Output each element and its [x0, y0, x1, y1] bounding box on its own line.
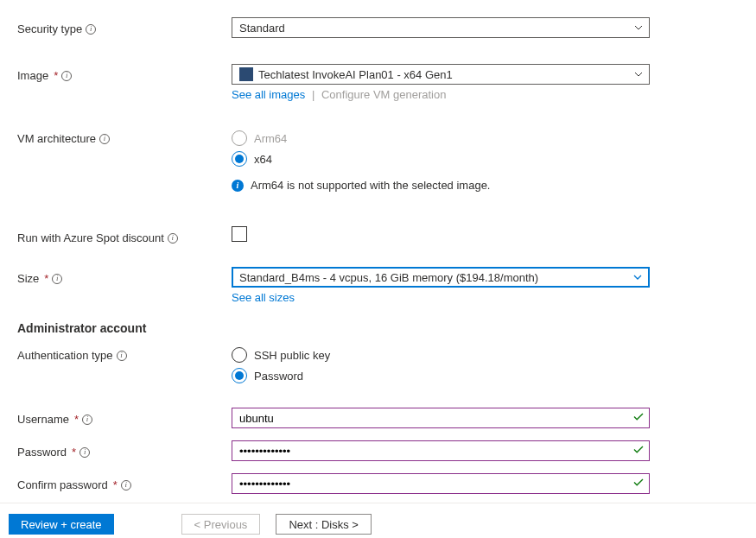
required-indicator: * [72, 446, 76, 459]
image-value: Techlatest InvokeAI Plan01 - x64 Gen1 [258, 68, 453, 81]
see-all-images-link[interactable]: See all images [232, 88, 305, 101]
password-label: Password [17, 446, 67, 459]
next-button[interactable]: Next : Disks > [276, 514, 372, 535]
info-filled-icon: i [232, 180, 244, 192]
arch-warning-text: Arm64 is not supported with the selected… [251, 179, 490, 192]
username-input[interactable] [232, 408, 650, 428]
chevron-down-icon [633, 69, 644, 79]
info-icon[interactable]: i [79, 447, 90, 458]
configure-vm-generation-link: Configure VM generation [321, 88, 447, 101]
required-indicator: * [54, 69, 58, 82]
confirm-password-input[interactable] [232, 473, 650, 494]
image-thumbnail [239, 67, 253, 81]
password-input[interactable] [232, 440, 650, 461]
auth-ssh-label: SSH public key [254, 349, 330, 362]
arch-x64-label: x64 [254, 153, 272, 166]
arch-arm64-label: Arm64 [254, 132, 287, 145]
wizard-footer: Review + create < Previous Next : Disks … [0, 503, 756, 538]
size-label: Size [17, 272, 39, 285]
required-indicator: * [44, 272, 48, 285]
info-icon[interactable]: i [86, 24, 96, 35]
auth-password-label: Password [254, 370, 303, 383]
size-value: Standard_B4ms - 4 vcpus, 16 GiB memory (… [239, 271, 538, 284]
username-label: Username [17, 413, 69, 426]
vm-architecture-radio-group: Arm64 x64 [232, 127, 650, 167]
arch-arm64-radio: Arm64 [232, 130, 650, 146]
previous-button: < Previous [181, 514, 261, 535]
auth-type-label: Authentication type [17, 349, 113, 362]
required-indicator: * [74, 413, 79, 426]
security-type-dropdown[interactable]: Standard [232, 17, 650, 38]
review-create-button[interactable]: Review + create [9, 514, 114, 535]
chevron-down-icon [633, 22, 644, 33]
spot-label: Run with Azure Spot discount [17, 231, 164, 244]
info-icon[interactable]: i [117, 351, 127, 361]
confirm-password-label: Confirm password [17, 478, 108, 491]
separator: | [312, 88, 314, 101]
chevron-down-icon [632, 272, 643, 282]
auth-password-radio[interactable]: Password [232, 368, 650, 383]
info-icon[interactable]: i [52, 274, 62, 284]
auth-type-radio-group: SSH public key Password [232, 344, 650, 383]
info-icon[interactable]: i [168, 233, 178, 244]
size-dropdown[interactable]: Standard_B4ms - 4 vcpus, 16 GiB memory (… [232, 267, 650, 288]
vm-architecture-label: VM architecture [17, 132, 96, 145]
security-type-value: Standard [239, 22, 285, 35]
info-icon[interactable]: i [121, 480, 131, 491]
image-dropdown[interactable]: Techlatest InvokeAI Plan01 - x64 Gen1 [232, 64, 650, 85]
image-label: Image [17, 69, 48, 82]
required-indicator: * [113, 478, 118, 491]
admin-section-heading: Administrator account [17, 321, 739, 335]
info-icon[interactable]: i [61, 71, 72, 81]
auth-ssh-radio[interactable]: SSH public key [232, 347, 650, 363]
info-icon[interactable]: i [99, 134, 110, 144]
info-icon[interactable]: i [82, 415, 92, 425]
see-all-sizes-link[interactable]: See all sizes [232, 291, 295, 304]
spot-checkbox[interactable] [232, 226, 247, 242]
security-type-label: Security type [17, 22, 82, 35]
arch-x64-radio[interactable]: x64 [232, 151, 650, 167]
